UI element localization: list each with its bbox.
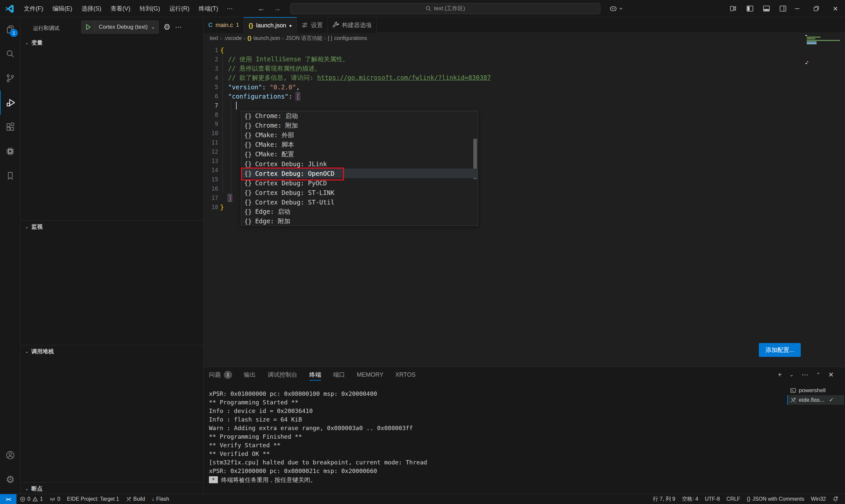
- menu-item-4[interactable]: 转到(G): [135, 3, 165, 15]
- serial-port-status[interactable]: 0: [46, 494, 64, 504]
- debug-config-select[interactable]: Cortex Debug (text) ⌄: [81, 20, 159, 34]
- eol-status[interactable]: CRLF: [723, 494, 744, 504]
- breadcrumb-item[interactable]: configurations: [334, 35, 367, 41]
- panel-tab-1[interactable]: 输出: [244, 367, 256, 382]
- menu-item-5[interactable]: 运行(R): [165, 3, 194, 15]
- sidebar-item-run-debug[interactable]: [0, 90, 20, 115]
- suggest-item-0[interactable]: {}Chrome: 启动: [241, 111, 478, 121]
- menu-bar: 文件(F)编辑(E)选择(S)查看(V)转到(G)运行(R)终端(T): [19, 3, 223, 15]
- tab-builder-options[interactable]: 构建器选项: [328, 17, 376, 33]
- section-breakpoints[interactable]: ⌄断点: [20, 484, 204, 493]
- platform-status[interactable]: Win32: [808, 494, 829, 504]
- debug-settings-gear-icon[interactable]: ⚙: [163, 22, 171, 32]
- close-panel-icon[interactable]: ✕: [828, 371, 834, 379]
- error-count: 0: [28, 496, 30, 502]
- suggest-item-11[interactable]: {}Edge: 附加: [241, 216, 478, 226]
- play-icon: [85, 24, 91, 30]
- panel-tab-2[interactable]: 调试控制台: [268, 367, 297, 382]
- title-bar: 文件(F)编辑(E)选择(S)查看(V)转到(G)运行(R)终端(T) ⋯ ← …: [0, 0, 845, 17]
- copilot-button[interactable]: [609, 4, 623, 13]
- menu-item-6[interactable]: 终端(T): [194, 3, 223, 15]
- indentation-status[interactable]: 空格: 4: [679, 494, 702, 504]
- sidebar-item-eide[interactable]: [0, 139, 20, 164]
- account-button[interactable]: [0, 443, 20, 467]
- menu-item-2[interactable]: 选择(S): [77, 3, 106, 15]
- code-line-2: 2// 使用 IntelliSense 了解相关属性。: [204, 55, 831, 64]
- breadcrumb-item[interactable]: launch.json: [253, 35, 280, 41]
- suggest-item-5[interactable]: {}Cortex Debug: JLink: [241, 159, 478, 168]
- suggest-item-8[interactable]: {}Cortex Debug: ST-LINK: [241, 188, 478, 197]
- nav-back-icon[interactable]: ←: [258, 4, 265, 13]
- debug-more-actions-icon[interactable]: ⋯: [175, 23, 181, 31]
- section-call-stack[interactable]: ⌄调用堆栈: [20, 346, 204, 356]
- minimap[interactable]: [805, 35, 842, 65]
- terminal-dropdown-chevron-icon[interactable]: ⌄: [790, 372, 794, 378]
- breadcrumb-item[interactable]: JSON 语言功能: [285, 35, 322, 42]
- panel-tab-3[interactable]: 终端: [309, 367, 321, 382]
- customize-layout-icon[interactable]: [729, 5, 737, 13]
- maximize-panel-icon[interactable]: ⌃: [816, 372, 821, 378]
- panel-tab-0[interactable]: 问题1: [209, 367, 232, 382]
- menu-item-0[interactable]: 文件(F): [19, 3, 48, 15]
- suggest-item-1[interactable]: {}Chrome: 附加: [241, 121, 478, 130]
- code-line-3: 3// 悬停以查看现有属性的描述。: [204, 64, 831, 73]
- notifications-button[interactable]: [829, 494, 842, 504]
- problems-status[interactable]: 0 1: [17, 494, 46, 504]
- suggest-item-2[interactable]: {}CMake: 外部: [241, 130, 478, 140]
- sidebar-item-search[interactable]: [0, 41, 20, 66]
- remote-indicator[interactable]: ><: [0, 494, 17, 504]
- tab-settings[interactable]: 设置: [297, 17, 328, 33]
- start-debug-button[interactable]: [82, 21, 95, 33]
- eol-label: CRLF: [726, 496, 740, 502]
- eide-project-status[interactable]: EIDE Project: Target 1: [64, 494, 122, 504]
- tab-main-c[interactable]: C main.c 1: [204, 17, 244, 33]
- menu-overflow-icon[interactable]: ⋯: [223, 5, 237, 12]
- nav-forward-icon[interactable]: →: [274, 4, 281, 13]
- section-variables[interactable]: ⌄变量: [20, 38, 204, 48]
- new-terminal-icon[interactable]: +: [778, 371, 781, 379]
- terminal-output[interactable]: xPSR: 0x01000000 pc: 0x08000100 msp: 0x2…: [209, 390, 780, 485]
- cursor-position-status[interactable]: 行 7, 列 9: [650, 494, 679, 504]
- breadcrumb[interactable]: text› .vscode› {} launch.json› JSON 语言功能…: [204, 33, 845, 43]
- suggest-item-label: Chrome: 附加: [255, 121, 298, 130]
- restore-button[interactable]: [807, 0, 826, 17]
- close-window-button[interactable]: ✕: [826, 0, 845, 17]
- encoding-status[interactable]: UTF-8: [701, 494, 723, 504]
- tab-label: main.c: [215, 22, 233, 29]
- panel-tab-6[interactable]: XRTOS: [395, 367, 416, 382]
- toggle-panel-icon[interactable]: [762, 5, 770, 13]
- toggle-secondary-sidebar-icon[interactable]: [779, 5, 787, 13]
- command-center-search[interactable]: text (工作区): [290, 3, 600, 14]
- suggest-item-9[interactable]: {}Cortex Debug: ST-Util: [241, 197, 478, 207]
- section-watch[interactable]: ⌄监视: [20, 222, 204, 232]
- suggest-item-3[interactable]: {}CMake: 脚本: [241, 140, 478, 149]
- panel-tab-5[interactable]: MEMORY: [357, 367, 384, 382]
- sidebar-item-extensions[interactable]: [0, 115, 20, 139]
- toggle-sidebar-icon[interactable]: [746, 5, 754, 13]
- breadcrumb-item[interactable]: text: [210, 35, 218, 41]
- panel-tab-4[interactable]: 端口: [333, 367, 345, 382]
- panel-more-actions-icon[interactable]: ⋯: [802, 371, 808, 379]
- panel-tab-bar: 问题1输出调试控制台终端端口MEMORYXRTOS: [209, 367, 416, 382]
- breadcrumb-item[interactable]: .vscode: [224, 35, 242, 41]
- sidebar-item-bookmarks[interactable]: [0, 164, 20, 188]
- suggest-item-4[interactable]: {}CMake: 配置: [241, 149, 478, 159]
- sidebar-item-explorer[interactable]: 1: [0, 17, 20, 41]
- settings-button[interactable]: ⚙: [0, 467, 20, 492]
- suggest-item-7[interactable]: {}Cortex Debug: PyOCD: [241, 178, 478, 188]
- suggest-item-6[interactable]: {}Cortex Debug: OpenOCD: [241, 168, 478, 178]
- flash-button[interactable]: ↓ Flash: [148, 494, 172, 504]
- menu-item-1[interactable]: 编辑(E): [48, 3, 77, 15]
- dirty-dot-icon[interactable]: ●: [289, 23, 292, 28]
- sidebar-item-source-control[interactable]: [0, 66, 20, 90]
- tab-launch-json[interactable]: {} launch.json ●: [244, 17, 297, 33]
- line-number: 4: [204, 74, 218, 81]
- add-configuration-button[interactable]: 添加配置...: [759, 343, 801, 357]
- build-button[interactable]: Build: [122, 494, 148, 504]
- suggest-item-10[interactable]: {}Edge: 启动: [241, 207, 478, 216]
- minimize-button[interactable]: ─: [788, 0, 807, 17]
- terminal-session-1[interactable]: eide.flas...✓: [787, 395, 844, 405]
- menu-item-3[interactable]: 查看(V): [106, 3, 135, 15]
- language-mode-status[interactable]: {}JSON with Comments: [744, 494, 808, 504]
- terminal-session-0[interactable]: powershell: [787, 385, 844, 395]
